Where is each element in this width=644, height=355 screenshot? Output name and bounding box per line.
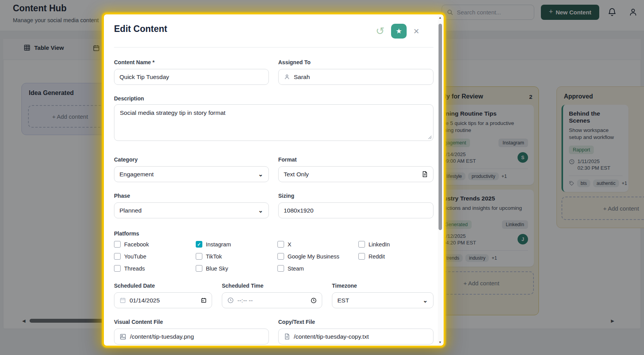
format-input[interactable]: Text Only [278,166,433,182]
checkbox-threads[interactable]: Threads [114,265,196,272]
checkbox-youtube[interactable]: YouTube [114,253,196,260]
assigned-to-label: Assigned To [278,59,433,65]
edit-content-modal: Edit Content ↺ ★ ✕ Content Name * Quick … [102,12,446,348]
checkbox-label: LinkedIn [369,241,390,248]
category-select[interactable]: Engagement ⌄ [114,166,269,182]
checkbox-label: Steam [288,265,304,272]
checkbox-box[interactable] [196,253,202,260]
checkbox-box-checked[interactable]: ✓ [196,241,202,248]
visual-file-label: Visual Content File [114,319,269,325]
checkbox-label: Instagram [206,241,231,248]
chevron-down-icon: ⌄ [258,171,263,178]
checkbox-google-my-business[interactable]: Google My Business [277,253,358,260]
checkbox-steam[interactable]: Steam [277,265,358,272]
copy-file-value: /content/tip-tuesday-copy.txt [294,333,428,340]
scheduled-date-input[interactable]: 01/14/2025 [114,292,212,308]
checkbox-instagram[interactable]: ✓Instagram [196,241,277,248]
close-icon[interactable]: ✕ [413,27,419,36]
checkbox-label: TikTok [206,253,222,260]
scheduled-date-value: 01/14/2025 [130,297,197,304]
checkbox-facebook[interactable]: Facebook [114,241,196,248]
platforms-label: Platforms [114,230,433,237]
platforms-grid: Facebook ✓Instagram X LinkedIn YouTube T… [114,241,433,272]
checkbox-box[interactable] [114,241,121,248]
time-picker-clock-icon[interactable] [311,297,317,304]
content-name-input[interactable]: Quick Tip Tuesday [114,69,269,85]
modal-scrollbar[interactable]: ▲ ▼ [438,15,443,345]
scroll-down-icon[interactable]: ▼ [439,341,442,344]
star-icon: ★ [396,27,402,35]
checkbox-label: Google My Business [288,253,339,260]
image-icon [119,333,126,340]
checkbox-label: Facebook [124,241,149,248]
modal-scrollbar-thumb[interactable] [439,24,442,230]
sizing-value: 1080x1920 [284,207,428,214]
category-value: Engagement [119,171,254,178]
description-textarea[interactable]: Social media strategy tip in story forma… [114,104,433,141]
checkbox-reddit[interactable]: Reddit [358,253,433,260]
chevron-down-icon: ⌄ [423,297,428,304]
checkbox-box[interactable] [277,265,284,272]
content-name-value: Quick Tip Tuesday [119,74,263,81]
assigned-to-input[interactable]: Sarah [278,69,433,85]
checkbox-box[interactable] [114,265,121,272]
content-name-label: Content Name * [114,59,269,65]
checkbox-blue-sky[interactable]: Blue Sky [196,265,277,272]
timezone-value: EST [337,297,419,304]
modal-title: Edit Content [114,24,167,34]
format-value: Text Only [284,171,418,178]
checkbox-label: YouTube [124,253,146,260]
chevron-down-icon: ⌄ [258,207,263,214]
checkbox-linkedin[interactable]: LinkedIn [358,241,433,248]
undo-icon[interactable]: ↺ [376,26,384,37]
checkbox-box[interactable] [196,265,202,272]
date-picker-icon[interactable] [201,297,207,303]
scheduled-time-input[interactable]: --:-- -- [222,292,322,308]
favorite-star-button[interactable]: ★ [391,24,407,39]
checkbox-box[interactable] [358,253,365,260]
checkbox-tiktok[interactable]: TikTok [196,253,277,260]
timezone-label: Timezone [332,283,433,289]
phase-value: Planned [119,207,254,214]
scheduled-date-label: Scheduled Date [114,283,212,289]
description-label: Description [114,95,433,102]
copy-file-input[interactable]: /content/tip-tuesday-copy.txt [278,329,433,344]
timezone-select[interactable]: EST ⌄ [332,292,433,308]
phase-label: Phase [114,193,269,199]
scheduled-time-value: --:-- -- [237,297,307,304]
sizing-input[interactable]: 1080x1920 [278,202,433,218]
category-label: Category [114,156,269,163]
assigned-to-value: Sarah [294,74,428,81]
checkbox-box[interactable] [358,241,365,248]
checkbox-label: Threads [124,265,145,272]
document-icon [421,171,428,178]
visual-file-value: /content/tip-tuesday.png [130,333,263,340]
checkbox-label: X [288,241,291,248]
checkbox-label: Reddit [369,253,385,260]
checkbox-box[interactable] [277,253,284,260]
calendar-icon [119,297,126,304]
copy-file-label: Copy/Text File [278,319,433,325]
visual-file-input[interactable]: /content/tip-tuesday.png [114,329,269,344]
format-label: Format [278,156,433,163]
checkbox-x[interactable]: X [277,241,358,248]
checkbox-label: Blue Sky [206,265,228,272]
sizing-label: Sizing [278,193,433,199]
checkbox-box[interactable] [277,241,284,248]
resize-grip-icon[interactable] [428,135,432,139]
scheduled-time-label: Scheduled Time [222,283,322,289]
phase-select[interactable]: Planned ⌄ [114,202,269,218]
check-icon: ✓ [197,242,201,247]
text-file-icon [284,333,290,340]
person-icon [284,74,290,80]
description-value: Social media strategy tip in story forma… [120,109,225,116]
checkbox-box[interactable] [114,253,121,260]
scroll-up-icon[interactable]: ▲ [439,16,442,19]
clock-icon [227,297,234,304]
modal-header: Edit Content ↺ ★ ✕ [114,14,433,47]
